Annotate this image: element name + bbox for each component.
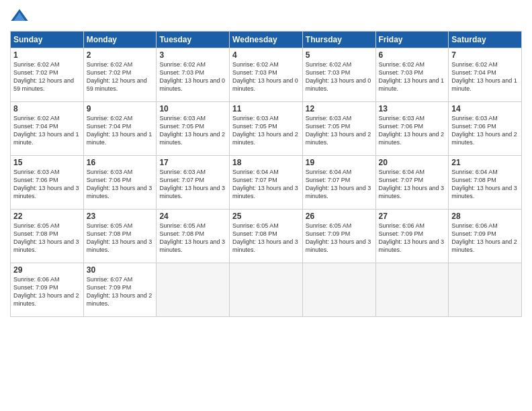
day-info: Sunrise: 6:07 AMSunset: 7:09 PMDaylight:…: [87, 275, 154, 308]
calendar-cell: 10Sunrise: 6:03 AMSunset: 7:05 PMDayligh…: [157, 102, 230, 156]
day-number: 20: [379, 158, 446, 167]
day-number: 28: [451, 212, 519, 221]
page: SundayMondayTuesdayWednesdayThursdayFrid…: [0, 0, 532, 411]
day-info: Sunrise: 6:03 AMSunset: 7:06 PMDaylight:…: [13, 168, 81, 201]
calendar-cell: 18Sunrise: 6:04 AMSunset: 7:07 PMDayligh…: [230, 156, 303, 210]
calendar-week-5: 29Sunrise: 6:06 AMSunset: 7:09 PMDayligh…: [11, 263, 522, 317]
day-number: 1: [13, 50, 81, 60]
day-info: Sunrise: 6:03 AMSunset: 7:05 PMDaylight:…: [232, 114, 300, 147]
day-info: Sunrise: 6:06 AMSunset: 7:09 PMDaylight:…: [451, 222, 519, 255]
calendar-cell: [230, 263, 303, 317]
calendar-cell: 12Sunrise: 6:03 AMSunset: 7:05 PMDayligh…: [302, 102, 375, 156]
day-info: Sunrise: 6:05 AMSunset: 7:08 PMDaylight:…: [87, 222, 154, 255]
day-number: 11: [232, 104, 300, 113]
day-number: 30: [87, 265, 154, 275]
calendar-cell: 24Sunrise: 6:05 AMSunset: 7:08 PMDayligh…: [157, 210, 230, 263]
day-number: 22: [13, 212, 81, 221]
day-info: Sunrise: 6:02 AMSunset: 7:04 PMDaylight:…: [451, 60, 519, 93]
day-info: Sunrise: 6:02 AMSunset: 7:03 PMDaylight:…: [379, 60, 446, 93]
day-info: Sunrise: 6:04 AMSunset: 7:07 PMDaylight:…: [379, 168, 446, 201]
calendar-cell: 3Sunrise: 6:02 AMSunset: 7:03 PMDaylight…: [157, 48, 230, 102]
day-info: Sunrise: 6:05 AMSunset: 7:08 PMDaylight:…: [13, 222, 81, 255]
calendar-cell: 8Sunrise: 6:02 AMSunset: 7:04 PMDaylight…: [11, 102, 84, 156]
day-info: Sunrise: 6:02 AMSunset: 7:03 PMDaylight:…: [306, 60, 373, 93]
day-number: 7: [451, 50, 519, 60]
calendar-header: SundayMondayTuesdayWednesdayThursdayFrid…: [11, 32, 522, 48]
day-info: Sunrise: 6:03 AMSunset: 7:05 PMDaylight:…: [159, 114, 226, 147]
day-number: 8: [13, 104, 81, 113]
calendar-cell: 2Sunrise: 6:02 AMSunset: 7:02 PMDaylight…: [83, 48, 157, 102]
calendar-body: 1Sunrise: 6:02 AMSunset: 7:02 PMDaylight…: [11, 48, 522, 317]
day-number: 18: [232, 158, 300, 167]
calendar-week-2: 8Sunrise: 6:02 AMSunset: 7:04 PMDaylight…: [11, 102, 522, 156]
day-info: Sunrise: 6:03 AMSunset: 7:06 PMDaylight:…: [451, 114, 519, 147]
day-number: 19: [306, 158, 373, 167]
calendar-cell: 29Sunrise: 6:06 AMSunset: 7:09 PMDayligh…: [11, 263, 84, 317]
day-number: 24: [159, 212, 226, 221]
calendar-cell: 6Sunrise: 6:02 AMSunset: 7:03 PMDaylight…: [375, 48, 449, 102]
calendar-cell: 15Sunrise: 6:03 AMSunset: 7:06 PMDayligh…: [11, 156, 84, 210]
calendar-cell: [157, 263, 230, 317]
day-info: Sunrise: 6:06 AMSunset: 7:09 PMDaylight:…: [379, 222, 446, 255]
calendar-cell: 4Sunrise: 6:02 AMSunset: 7:03 PMDaylight…: [230, 48, 303, 102]
calendar-week-1: 1Sunrise: 6:02 AMSunset: 7:02 PMDaylight…: [11, 48, 522, 102]
day-info: Sunrise: 6:05 AMSunset: 7:08 PMDaylight:…: [159, 222, 226, 255]
calendar-cell: 11Sunrise: 6:03 AMSunset: 7:05 PMDayligh…: [230, 102, 303, 156]
day-number: 5: [306, 50, 373, 60]
logo: [10, 7, 32, 26]
day-number: 17: [159, 158, 226, 167]
calendar: SundayMondayTuesdayWednesdayThursdayFrid…: [10, 31, 522, 317]
calendar-cell: 28Sunrise: 6:06 AMSunset: 7:09 PMDayligh…: [449, 210, 522, 263]
day-number: 25: [232, 212, 300, 221]
day-number: 12: [306, 104, 373, 113]
header: [10, 7, 522, 26]
day-info: Sunrise: 6:03 AMSunset: 7:06 PMDaylight:…: [379, 114, 446, 147]
calendar-cell: 13Sunrise: 6:03 AMSunset: 7:06 PMDayligh…: [375, 102, 449, 156]
calendar-cell: 5Sunrise: 6:02 AMSunset: 7:03 PMDaylight…: [302, 48, 375, 102]
calendar-cell: [449, 263, 522, 317]
day-number: 3: [159, 50, 226, 60]
day-info: Sunrise: 6:04 AMSunset: 7:07 PMDaylight:…: [232, 168, 300, 201]
calendar-cell: 21Sunrise: 6:04 AMSunset: 7:08 PMDayligh…: [449, 156, 522, 210]
weekday-header-thursday: Thursday: [302, 32, 375, 48]
day-info: Sunrise: 6:03 AMSunset: 7:06 PMDaylight:…: [87, 168, 154, 201]
calendar-cell: [375, 263, 449, 317]
day-number: 9: [87, 104, 154, 113]
calendar-cell: 14Sunrise: 6:03 AMSunset: 7:06 PMDayligh…: [449, 102, 522, 156]
weekday-header-friday: Friday: [375, 32, 449, 48]
calendar-cell: [302, 263, 375, 317]
day-number: 29: [13, 265, 81, 275]
day-info: Sunrise: 6:02 AMSunset: 7:03 PMDaylight:…: [159, 60, 226, 93]
calendar-cell: 22Sunrise: 6:05 AMSunset: 7:08 PMDayligh…: [11, 210, 84, 263]
calendar-cell: 20Sunrise: 6:04 AMSunset: 7:07 PMDayligh…: [375, 156, 449, 210]
day-number: 15: [13, 158, 81, 167]
day-info: Sunrise: 6:04 AMSunset: 7:07 PMDaylight:…: [306, 168, 373, 201]
calendar-cell: 17Sunrise: 6:03 AMSunset: 7:07 PMDayligh…: [157, 156, 230, 210]
day-info: Sunrise: 6:03 AMSunset: 7:05 PMDaylight:…: [306, 114, 373, 147]
calendar-cell: 23Sunrise: 6:05 AMSunset: 7:08 PMDayligh…: [83, 210, 157, 263]
day-number: 6: [379, 50, 446, 60]
day-number: 14: [451, 104, 519, 113]
day-info: Sunrise: 6:02 AMSunset: 7:04 PMDaylight:…: [87, 114, 154, 147]
day-info: Sunrise: 6:04 AMSunset: 7:08 PMDaylight:…: [451, 168, 519, 201]
day-info: Sunrise: 6:02 AMSunset: 7:03 PMDaylight:…: [232, 60, 300, 93]
weekday-header-saturday: Saturday: [449, 32, 522, 48]
calendar-cell: 16Sunrise: 6:03 AMSunset: 7:06 PMDayligh…: [83, 156, 157, 210]
day-number: 4: [232, 50, 300, 60]
day-number: 16: [87, 158, 154, 167]
day-number: 13: [379, 104, 446, 113]
calendar-cell: 1Sunrise: 6:02 AMSunset: 7:02 PMDaylight…: [11, 48, 84, 102]
day-info: Sunrise: 6:06 AMSunset: 7:09 PMDaylight:…: [13, 275, 81, 308]
day-info: Sunrise: 6:03 AMSunset: 7:07 PMDaylight:…: [159, 168, 226, 201]
day-number: 21: [451, 158, 519, 167]
day-info: Sunrise: 6:02 AMSunset: 7:02 PMDaylight:…: [87, 60, 154, 93]
calendar-week-3: 15Sunrise: 6:03 AMSunset: 7:06 PMDayligh…: [11, 156, 522, 210]
day-info: Sunrise: 6:05 AMSunset: 7:08 PMDaylight:…: [232, 222, 300, 255]
logo-icon: [10, 7, 29, 26]
weekday-header-wednesday: Wednesday: [230, 32, 303, 48]
calendar-cell: 26Sunrise: 6:05 AMSunset: 7:09 PMDayligh…: [302, 210, 375, 263]
day-info: Sunrise: 6:02 AMSunset: 7:02 PMDaylight:…: [13, 60, 81, 93]
calendar-cell: 27Sunrise: 6:06 AMSunset: 7:09 PMDayligh…: [375, 210, 449, 263]
day-number: 27: [379, 212, 446, 221]
weekday-header-monday: Monday: [83, 32, 157, 48]
